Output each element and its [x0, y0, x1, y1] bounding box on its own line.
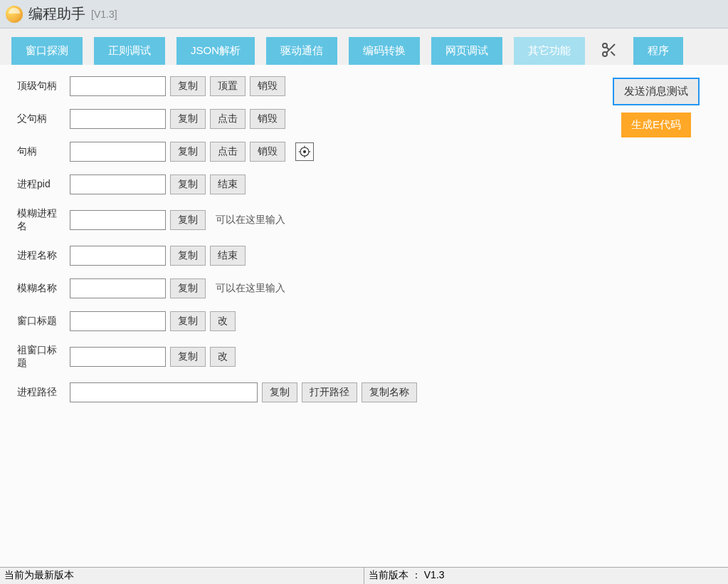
row-handle: 句柄 复制 点击 销毁 — [17, 142, 711, 162]
title-bar: 编程助手 [V1.3] — [0, 0, 728, 28]
label-top-handle: 顶级句柄 — [17, 80, 65, 93]
tab-encode-convert[interactable]: 编码转换 — [349, 37, 420, 65]
label-fuzzy-proc: 模糊进程名 — [17, 207, 65, 233]
tab-other-func[interactable]: 其它功能 — [514, 37, 585, 65]
input-top-handle[interactable] — [70, 76, 166, 96]
content-area: 顶级句柄 复制 顶置 销毁 父句柄 复制 点击 销毁 句柄 复制 点击 销毁 — [0, 65, 728, 568]
change-button[interactable]: 改 — [210, 347, 236, 367]
row-fuzzy-name: 模糊名称 复制 可以在这里输入 — [17, 278, 711, 298]
status-left: 当前为最新版本 — [0, 568, 364, 584]
input-proc-path[interactable] — [70, 382, 258, 402]
end-button[interactable]: 结束 — [210, 174, 246, 194]
open-path-button[interactable]: 打开路径 — [302, 382, 357, 402]
destroy-button[interactable]: 销毁 — [250, 109, 285, 129]
send-msg-test-button[interactable]: 发送消息测试 — [613, 78, 700, 105]
gen-e-code-button[interactable]: 生成E代码 — [621, 113, 691, 137]
copy-button[interactable]: 复制 — [170, 278, 206, 298]
svg-point-0 — [603, 43, 607, 48]
label-anc-title: 祖窗口标题 — [17, 344, 65, 370]
input-win-title[interactable] — [70, 311, 166, 331]
svg-line-4 — [606, 47, 609, 50]
input-parent-handle[interactable] — [70, 109, 166, 129]
tab-program[interactable]: 程序 — [633, 37, 683, 65]
label-handle: 句柄 — [17, 145, 65, 158]
label-win-title: 窗口标题 — [17, 315, 65, 328]
copy-button[interactable]: 复制 — [170, 109, 206, 129]
destroy-button[interactable]: 销毁 — [250, 76, 285, 96]
row-top-handle: 顶级句柄 复制 顶置 销毁 — [17, 76, 711, 96]
label-proc-name: 进程名称 — [17, 249, 65, 262]
label-pid: 进程pid — [17, 178, 65, 191]
row-anc-title: 祖窗口标题 复制 改 — [17, 344, 711, 370]
tab-json-parse[interactable]: JSON解析 — [176, 37, 255, 65]
label-proc-path: 进程路径 — [17, 386, 65, 399]
destroy-button[interactable]: 销毁 — [250, 142, 285, 162]
row-proc-path: 进程路径 复制 打开路径 复制名称 — [17, 382, 711, 402]
label-parent-handle: 父句柄 — [17, 113, 65, 125]
app-version: [V1.3] — [91, 9, 117, 20]
scissors-icon[interactable] — [596, 37, 622, 65]
app-icon — [6, 6, 23, 23]
copy-name-button[interactable]: 复制名称 — [362, 382, 417, 402]
tab-driver-comm[interactable]: 驱动通信 — [266, 37, 337, 65]
input-anc-title[interactable] — [70, 347, 166, 367]
copy-button[interactable]: 复制 — [170, 210, 206, 230]
copy-button[interactable]: 复制 — [170, 174, 206, 194]
copy-button[interactable]: 复制 — [170, 347, 206, 367]
top-button[interactable]: 顶置 — [210, 76, 246, 96]
end-button[interactable]: 结束 — [210, 246, 246, 266]
input-fuzzy-name[interactable] — [70, 278, 166, 298]
change-button[interactable]: 改 — [210, 311, 236, 331]
tab-regex-debug[interactable]: 正则调试 — [94, 37, 165, 65]
right-panel: 发送消息测试 生成E代码 — [613, 78, 700, 137]
input-fuzzy-proc[interactable] — [70, 210, 166, 230]
click-button[interactable]: 点击 — [210, 109, 246, 129]
copy-button[interactable]: 复制 — [170, 142, 206, 162]
status-right: 当前版本 ： V1.3 — [364, 568, 728, 584]
target-picker-icon[interactable] — [295, 142, 314, 161]
svg-point-6 — [304, 151, 306, 153]
click-button[interactable]: 点击 — [210, 142, 246, 162]
left-panel: 顶级句柄 复制 顶置 销毁 父句柄 复制 点击 销毁 句柄 复制 点击 销毁 — [17, 76, 711, 402]
svg-point-1 — [603, 52, 607, 56]
hint-fuzzy-name: 可以在这里输入 — [216, 282, 285, 295]
row-fuzzy-proc: 模糊进程名 复制 可以在这里输入 — [17, 207, 711, 233]
row-parent-handle: 父句柄 复制 点击 销毁 — [17, 109, 711, 129]
tabs-bar: 窗口探测 正则调试 JSON解析 驱动通信 编码转换 网页调试 其它功能 程序 — [0, 28, 728, 65]
row-proc-name: 进程名称 复制 结束 — [17, 246, 711, 266]
copy-button[interactable]: 复制 — [170, 76, 206, 96]
hint-fuzzy-proc: 可以在这里输入 — [216, 214, 285, 226]
input-handle[interactable] — [70, 142, 166, 162]
tab-web-debug[interactable]: 网页调试 — [431, 37, 502, 65]
copy-button[interactable]: 复制 — [170, 246, 206, 266]
status-bar: 当前为最新版本 当前版本 ： V1.3 — [0, 567, 728, 584]
copy-button[interactable]: 复制 — [262, 382, 297, 402]
label-fuzzy-name: 模糊名称 — [17, 282, 65, 295]
row-win-title: 窗口标题 复制 改 — [17, 311, 711, 331]
row-pid: 进程pid 复制 结束 — [17, 174, 711, 194]
app-title: 编程助手 — [28, 4, 85, 24]
svg-line-3 — [611, 51, 615, 56]
copy-button[interactable]: 复制 — [170, 311, 206, 331]
tab-window-probe[interactable]: 窗口探测 — [11, 37, 83, 65]
input-proc-name[interactable] — [70, 246, 166, 266]
input-pid[interactable] — [70, 174, 166, 194]
